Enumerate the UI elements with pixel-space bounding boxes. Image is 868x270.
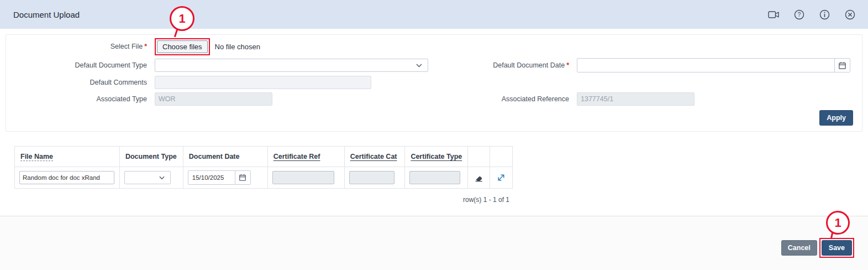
default-document-type-label: Default Document Type xyxy=(6,61,147,69)
associated-row: Associated Type Associated Reference xyxy=(6,92,853,106)
file-name-input[interactable] xyxy=(19,171,114,184)
header-icons: ? xyxy=(767,8,856,20)
apply-row: Apply xyxy=(6,110,853,126)
eraser-icon[interactable] xyxy=(472,174,485,182)
required-marker: * xyxy=(144,43,147,50)
column-header-file-name[interactable]: File Name xyxy=(15,147,120,167)
default-comments-input[interactable] xyxy=(155,76,371,89)
document-date-input[interactable] xyxy=(188,171,235,184)
close-icon[interactable] xyxy=(844,8,856,20)
associated-reference-input xyxy=(577,92,695,106)
help-icon[interactable]: ? xyxy=(793,8,805,20)
annotation-step-circle-2: 1 xyxy=(826,211,850,235)
column-header-expand xyxy=(490,147,512,167)
upload-form-panel: Select File* Choose files No file chosen… xyxy=(6,34,862,132)
annotation-box-choose-files: Choose files xyxy=(155,38,210,55)
chevron-down-icon xyxy=(416,64,422,68)
delete-cell xyxy=(468,167,490,189)
documents-table: File Name Document Type Document Date Ce… xyxy=(14,146,513,189)
annotation-box-save: Save xyxy=(819,238,854,258)
footer-buttons: Cancel Save xyxy=(781,238,854,258)
select-file-row: Select File* Choose files No file chosen xyxy=(6,38,853,55)
table-row xyxy=(15,167,513,189)
screen-record-icon[interactable] xyxy=(767,8,780,20)
associated-type-input xyxy=(155,92,272,106)
default-document-type-select[interactable] xyxy=(155,59,428,72)
associated-reference-label: Associated Reference xyxy=(450,95,569,103)
select-file-label: Select File* xyxy=(6,43,147,50)
chevron-down-icon xyxy=(159,176,165,180)
default-comments-row: Default Comments xyxy=(6,76,853,89)
documents-table-section: File Name Document Type Document Date Ce… xyxy=(14,146,513,204)
document-type-select[interactable] xyxy=(124,171,171,184)
pagination-status: row(s) 1 - 1 of 1 xyxy=(14,196,513,204)
calendar-icon xyxy=(838,61,846,70)
file-chosen-status: No file chosen xyxy=(215,43,260,51)
certificate-cat-input xyxy=(349,171,394,184)
certificate-cat-cell xyxy=(344,167,405,189)
save-button[interactable]: Save xyxy=(822,240,852,256)
document-type-cell xyxy=(119,167,183,189)
cancel-button[interactable]: Cancel xyxy=(781,240,817,256)
expand-icon[interactable] xyxy=(495,173,508,182)
file-name-cell xyxy=(15,167,120,189)
default-document-date-calendar-button[interactable] xyxy=(834,59,850,72)
table-header-row: File Name Document Type Document Date Ce… xyxy=(15,147,513,167)
doc-type-date-row: Default Document Type Default Document D… xyxy=(6,58,853,72)
expand-cell xyxy=(490,167,512,189)
header-bar: Document Upload ? xyxy=(0,0,868,29)
info-icon[interactable] xyxy=(818,8,830,20)
column-header-certificate-cat[interactable]: Certificate Cat xyxy=(344,147,405,167)
associated-reference-group: Associated Reference xyxy=(450,92,850,106)
column-header-document-date: Document Date xyxy=(183,147,267,167)
default-comments-label: Default Comments xyxy=(6,79,147,86)
calendar-icon xyxy=(239,174,246,181)
apply-button[interactable]: Apply xyxy=(819,110,853,126)
column-header-document-type: Document Type xyxy=(119,147,183,167)
document-date-calendar-button[interactable] xyxy=(235,171,250,184)
column-header-certificate-type[interactable]: Certificate Type xyxy=(405,147,468,167)
camera-icon xyxy=(768,10,780,19)
certificate-type-input xyxy=(409,171,460,184)
choose-files-button[interactable]: Choose files xyxy=(157,40,208,53)
footer-area xyxy=(0,216,868,270)
document-date-field xyxy=(188,170,251,185)
certificate-ref-input xyxy=(272,171,334,184)
default-document-date-group: Default Document Date* xyxy=(450,58,850,72)
svg-text:?: ? xyxy=(797,11,801,18)
default-document-date-field xyxy=(577,58,850,72)
default-document-date-label: Default Document Date* xyxy=(450,61,569,69)
annotation-step-circle-1: 1 xyxy=(170,6,194,31)
default-document-date-input[interactable] xyxy=(577,59,834,72)
document-date-cell xyxy=(183,167,267,189)
required-marker: * xyxy=(566,61,569,69)
column-header-delete xyxy=(468,147,490,167)
certificate-ref-cell xyxy=(267,167,344,189)
page-title: Document Upload xyxy=(13,10,80,19)
associated-type-label: Associated Type xyxy=(6,95,147,103)
certificate-type-cell xyxy=(405,167,468,189)
column-header-certificate-ref[interactable]: Certificate Ref xyxy=(267,147,344,167)
